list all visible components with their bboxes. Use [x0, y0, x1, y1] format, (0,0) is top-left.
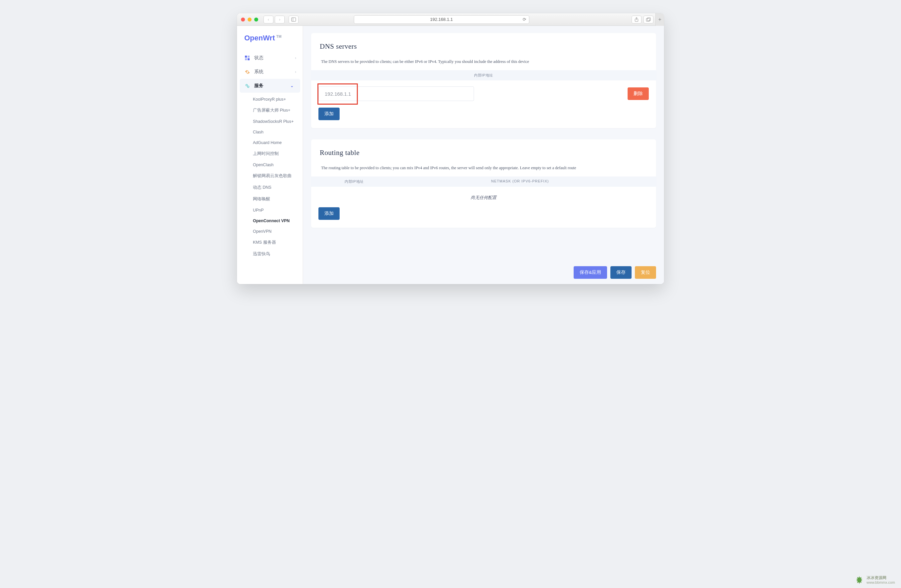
svg-rect-6	[245, 56, 247, 58]
svg-rect-4	[646, 18, 649, 21]
plus-icon: +	[658, 17, 661, 22]
chrome-right-group: +	[631, 13, 660, 26]
nav-back-forward: ‹ ›	[263, 16, 285, 23]
subnav-item[interactable]: OpenVPN	[237, 226, 303, 237]
back-button[interactable]: ‹	[263, 16, 273, 23]
nav-system-label: 系统	[254, 69, 263, 75]
maximize-window-icon[interactable]	[254, 17, 258, 22]
subnav-item[interactable]: OpenClash	[237, 159, 303, 170]
subnav-item[interactable]: KMS 服务器	[237, 237, 303, 248]
subnav-item[interactable]: 解锁网易云灰色歌曲	[237, 170, 303, 182]
delete-button[interactable]: 删除	[628, 87, 649, 100]
dashboard-icon	[244, 55, 250, 61]
reset-button[interactable]: 复位	[635, 266, 656, 279]
footer-actions: 保存&应用 保存 复位	[574, 266, 656, 279]
subnav-item[interactable]: Clash	[237, 127, 303, 137]
watermark: 冰冰资源网 www.bbmmx.com	[855, 576, 895, 585]
forward-button[interactable]: ›	[275, 16, 285, 23]
logo: OpenWrt TM	[237, 34, 303, 51]
subnav-item[interactable]: 动态 DNS	[237, 182, 303, 193]
new-tab-button[interactable]: +	[655, 13, 664, 26]
nav-services[interactable]: 服务 ⌄	[240, 79, 300, 93]
subnav-item[interactable]: KoolProxyR plus+	[237, 94, 303, 104]
dns-ip-container	[318, 86, 474, 101]
link-icon	[244, 83, 250, 89]
svg-rect-9	[248, 58, 249, 60]
routing-panel-desc: The routing table to be provided to clie…	[311, 163, 656, 176]
add-route-button[interactable]: 添加	[318, 207, 340, 220]
subnav-item[interactable]: ShadowSocksR Plus+	[237, 116, 303, 127]
save-apply-button[interactable]: 保存&应用	[574, 266, 607, 279]
logo-tm: TM	[276, 34, 281, 38]
svg-point-10	[246, 84, 247, 86]
tabs-button[interactable]	[644, 16, 653, 23]
reload-icon[interactable]: ⟳	[523, 17, 526, 22]
nav-status[interactable]: 状态 ›	[237, 51, 303, 65]
sidebar: OpenWrt TM 状态 › 系统 ›	[237, 26, 303, 284]
dns-ip-input[interactable]	[325, 91, 468, 97]
svg-point-11	[247, 86, 249, 87]
app-body: OpenWrt TM 状态 › 系统 ›	[237, 26, 664, 284]
chevron-right-icon: ›	[295, 56, 296, 60]
subnav-item[interactable]: UPnP	[237, 205, 303, 215]
main-content: DNS servers The DNS servers to be provid…	[303, 26, 664, 284]
nav-system[interactable]: 系统 ›	[237, 65, 303, 79]
sidebar-toggle-button[interactable]	[288, 16, 299, 23]
dns-panel-title: DNS servers	[311, 33, 656, 57]
dns-row: 删除	[311, 80, 656, 104]
leaf-icon	[855, 576, 864, 585]
subnav-item[interactable]: 上网时间控制	[237, 148, 303, 159]
subnav-item[interactable]: OpenConnect VPN	[237, 215, 303, 226]
svg-rect-8	[245, 58, 247, 60]
subnav-item[interactable]: 迅雷快鸟	[237, 248, 303, 260]
dns-servers-panel: DNS servers The DNS servers to be provid…	[311, 33, 656, 128]
svg-rect-0	[292, 17, 296, 21]
routing-empty-msg: 尚无任何配置	[311, 187, 656, 204]
share-icon	[634, 17, 639, 22]
svg-rect-5	[647, 17, 650, 20]
minimize-window-icon[interactable]	[248, 17, 252, 22]
browser-chrome: ‹ › 192.168.1.1 ⟳ +	[237, 13, 664, 26]
services-subnav: KoolProxyR plus+广告屏蔽大师 Plus+ShadowSocksR…	[237, 93, 303, 262]
url-text: 192.168.1.1	[430, 17, 453, 22]
svg-rect-7	[248, 56, 249, 58]
close-window-icon[interactable]	[241, 17, 245, 22]
watermark-name: 冰冰资源网	[867, 576, 895, 580]
chevron-down-icon: ⌄	[290, 83, 294, 88]
sidebar-icon	[291, 17, 296, 22]
chevron-right-icon: ›	[295, 70, 296, 74]
nav-status-label: 状态	[254, 55, 263, 61]
url-bar[interactable]: 192.168.1.1 ⟳	[354, 15, 529, 24]
share-button[interactable]	[631, 16, 642, 23]
routing-columns: 内部IP地址 NETMASK (OR IPV6-PREFIX)	[311, 176, 656, 187]
dns-panel-desc: The DNS servers to be provided to client…	[311, 57, 656, 70]
routing-col-netmask: NETMASK (OR IPV6-PREFIX)	[391, 179, 649, 184]
routing-panel-title: Routing table	[311, 139, 656, 163]
subnav-item[interactable]: 网络唤醒	[237, 193, 303, 205]
tabs-icon	[646, 17, 651, 22]
watermark-url: www.bbmmx.com	[867, 580, 895, 585]
logo-text: OpenWrt	[244, 34, 275, 42]
routing-col-ip: 内部IP地址	[318, 179, 391, 184]
add-dns-button[interactable]: 添加	[318, 108, 340, 120]
gear-icon	[244, 69, 250, 75]
dns-columns: 内部IP地址	[311, 70, 656, 80]
dns-col-ip: 内部IP地址	[318, 73, 649, 78]
save-button[interactable]: 保存	[610, 266, 631, 279]
routing-table-panel: Routing table The routing table to be pr…	[311, 139, 656, 228]
chevron-left-icon: ‹	[268, 17, 269, 22]
nav-services-label: 服务	[254, 83, 263, 89]
traffic-lights	[241, 17, 258, 22]
subnav-item[interactable]: 广告屏蔽大师 Plus+	[237, 104, 303, 116]
browser-window: ‹ › 192.168.1.1 ⟳ +	[237, 13, 664, 284]
chevron-right-icon: ›	[279, 17, 281, 22]
subnav-item[interactable]: AdGuard Home	[237, 137, 303, 148]
